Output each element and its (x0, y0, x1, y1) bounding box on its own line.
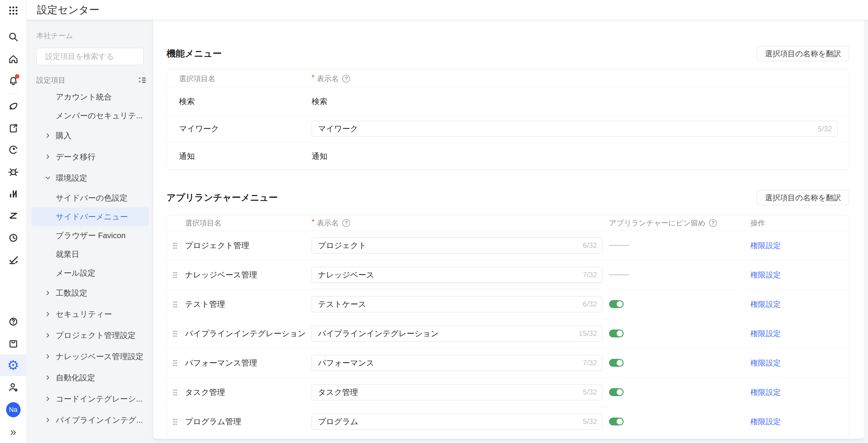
display-name-text: 通知 (312, 151, 328, 162)
sidebar-item[interactable]: データ移行 (27, 146, 153, 167)
item-name-text: パイプラインインテグレーション (185, 329, 306, 338)
sidebar-item[interactable]: 工数設定 (27, 282, 153, 304)
app-launcher-menu-table: 選択項目名 * 表示名 ? アプリランチャーにピン留め ? 操作 プロジェクト管… (166, 215, 849, 436)
item-name-text: パフォーマンス管理 (185, 358, 257, 367)
char-counter: 6/32 (583, 300, 597, 308)
sidebar-search-box[interactable] (36, 48, 144, 65)
chevron-right-icon[interactable] (45, 417, 51, 423)
table-row: テスト管理6/32権限設定 (167, 289, 849, 319)
vertical-scrollbar-track[interactable] (864, 20, 868, 443)
collapse-list-icon[interactable] (136, 76, 147, 85)
sidebar-item[interactable]: コードインテグレーシ... (27, 388, 153, 409)
sidebar-item[interactable]: プロジェクト管理設定 (27, 325, 153, 346)
drag-handle-icon[interactable] (173, 360, 177, 366)
permission-settings-link[interactable]: 権限設定 (750, 387, 781, 397)
sidebar-item[interactable]: メンバーのセキュリテ... (27, 106, 153, 125)
pin-toggle-on[interactable] (609, 417, 624, 425)
time-clock-icon[interactable] (6, 231, 21, 245)
settings-gear-icon[interactable]: ⚙ (6, 358, 21, 373)
sidebar-item-label: 自動化設定 (56, 373, 95, 383)
app-store-bag-icon[interactable] (6, 336, 21, 351)
pin-toggle-on[interactable] (609, 359, 624, 367)
sidebar-item[interactable]: ブラウザー Favicon (27, 226, 153, 245)
chevron-right-icon[interactable] (45, 353, 51, 360)
sidebar-item[interactable]: アカウント統合 (27, 88, 153, 106)
chevron-right-icon[interactable] (45, 332, 51, 338)
expand-rail-icon[interactable]: » (6, 425, 21, 439)
chevron-right-icon[interactable] (45, 396, 51, 402)
search-icon[interactable] (6, 30, 21, 44)
sidebar-item[interactable]: サイドバーメニュー (31, 207, 149, 226)
item-name-text: タスク管理 (185, 388, 225, 397)
display-name-input[interactable] (312, 326, 602, 342)
help-tooltip-icon[interactable]: ? (709, 219, 717, 227)
permission-settings-link[interactable]: 権限設定 (750, 299, 781, 309)
display-name-input[interactable] (312, 414, 602, 430)
chevron-right-icon[interactable] (45, 311, 51, 317)
translate-names-button-2[interactable]: 選択項目の名称を翻訳 (757, 190, 849, 205)
sidebar-item-label: メール設定 (56, 268, 95, 278)
sidebar-item[interactable]: 自動化設定 (27, 367, 153, 388)
display-name-input[interactable] (312, 267, 602, 283)
sidebar-item[interactable]: 環境設定 (27, 167, 153, 189)
sidebar-item[interactable]: ナレッジベース管理設定 (27, 346, 153, 367)
column-header-action: 操作 (745, 218, 849, 228)
drag-handle-icon[interactable] (173, 242, 177, 249)
sidebar-item[interactable]: 購入 (27, 125, 153, 146)
char-counter: 5/32 (818, 125, 832, 133)
permission-settings-link[interactable]: 権限設定 (750, 358, 781, 368)
sidebar-item[interactable]: パイプラインインテグ... (27, 409, 153, 431)
permission-settings-link[interactable]: 権限設定 (750, 241, 781, 250)
drag-handle-icon[interactable] (173, 301, 177, 307)
display-name-text: 検索 (312, 96, 328, 107)
char-counter: 5/32 (583, 417, 597, 426)
permission-settings-link[interactable]: 権限設定 (750, 417, 781, 427)
chevron-right-icon[interactable] (45, 154, 51, 160)
table-header-row: 選択項目名 * 表示名 ? アプリランチャーにピン留め ? 操作 (167, 215, 849, 231)
drag-handle-icon[interactable] (173, 330, 177, 337)
permission-settings-link[interactable]: 権限設定 (750, 270, 781, 280)
home-icon[interactable] (6, 52, 21, 67)
help-icon[interactable] (6, 314, 21, 329)
help-tooltip-icon[interactable]: ? (342, 75, 350, 82)
pin-toggle-on[interactable] (609, 330, 624, 337)
pipeline-icon[interactable] (6, 208, 21, 223)
display-name-input[interactable] (312, 296, 602, 312)
drag-handle-icon[interactable] (173, 418, 177, 425)
display-name-input[interactable] (312, 384, 602, 400)
item-name-cell: 検索 (167, 96, 312, 107)
invite-member-icon[interactable] (6, 380, 21, 395)
user-avatar[interactable]: Na (6, 403, 21, 417)
sprint-target-icon[interactable] (6, 142, 21, 157)
chevron-right-icon[interactable] (45, 290, 51, 296)
chevron-down-icon[interactable] (45, 175, 51, 181)
required-asterisk: * (312, 217, 314, 226)
plan-icon[interactable] (6, 99, 21, 113)
display-name-input[interactable] (312, 121, 837, 137)
notifications-bell-icon[interactable] (6, 73, 21, 88)
help-tooltip-icon[interactable]: ? (342, 219, 350, 227)
task-check-icon[interactable] (6, 252, 21, 267)
apps-grid-icon[interactable] (6, 3, 21, 18)
column-header-name: 選択項目名 (167, 74, 312, 83)
chevron-right-icon[interactable] (45, 375, 51, 381)
drag-handle-icon[interactable] (173, 271, 177, 278)
permission-settings-link[interactable]: 権限設定 (750, 329, 781, 339)
translate-names-button-1[interactable]: 選択項目の名称を翻訳 (757, 46, 849, 61)
pin-toggle-on[interactable] (609, 300, 624, 308)
test-bug-icon[interactable] (6, 165, 21, 179)
chevron-right-icon[interactable] (45, 133, 51, 139)
display-name-input[interactable] (312, 355, 602, 371)
sidebar-search-input[interactable] (45, 52, 143, 61)
performance-chart-icon[interactable] (6, 186, 21, 201)
sidebar-item[interactable]: メール設定 (27, 264, 153, 282)
display-name-input[interactable] (312, 238, 602, 253)
sidebar-item[interactable]: 就業日 (27, 245, 153, 264)
sidebar-item[interactable]: セキュリティー (27, 304, 153, 325)
column-header-display: * 表示名 ? (312, 218, 609, 228)
sidebar-item-label: ナレッジベース管理設定 (56, 351, 144, 362)
drag-handle-icon[interactable] (173, 389, 177, 396)
pin-toggle-on[interactable] (609, 388, 624, 396)
sidebar-item[interactable]: サイドバーの色設定 (27, 189, 153, 207)
file-export-icon[interactable] (6, 121, 21, 136)
